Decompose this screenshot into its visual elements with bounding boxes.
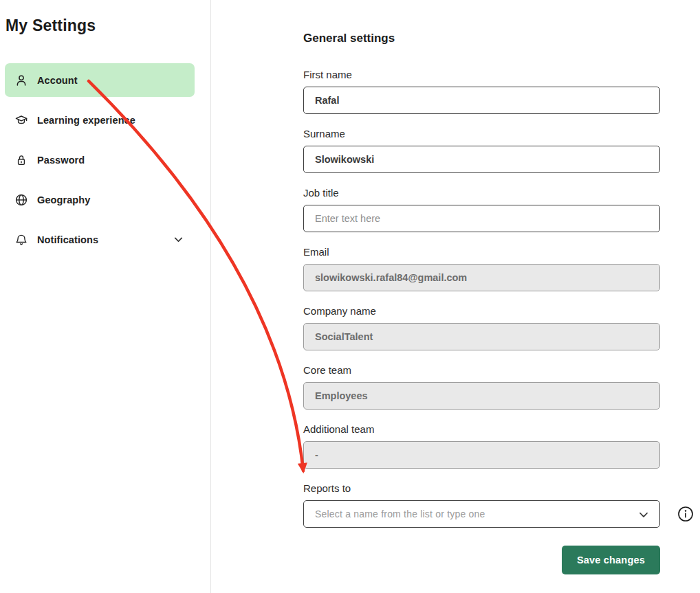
globe-icon — [14, 193, 28, 207]
field-surname: Surname — [303, 128, 660, 173]
field-label: Additional team — [303, 423, 660, 436]
field-first-name: First name — [303, 69, 660, 114]
core-team-input — [303, 382, 660, 410]
chevron-down-icon — [637, 508, 650, 524]
field-company-name: Company name — [303, 305, 660, 350]
chevron-down-icon[interactable] — [173, 234, 184, 245]
sidebar-item-geography[interactable]: Geography — [5, 183, 195, 216]
sidebar-item-account[interactable]: Account — [5, 63, 195, 97]
info-icon[interactable] — [677, 506, 694, 522]
reports-to-dropdown[interactable]: Select a name from the list or type one — [303, 500, 660, 528]
section-heading: General settings — [303, 31, 700, 45]
page-title: My Settings — [6, 16, 210, 35]
field-label: Core team — [303, 364, 660, 377]
field-label: Job title — [303, 187, 660, 199]
sidebar-item-password[interactable]: Password — [5, 143, 195, 177]
job-title-input[interactable] — [303, 205, 660, 232]
sidebar-item-label: Notifications — [37, 234, 98, 245]
sidebar-item-learning-experience[interactable]: Learning experience — [5, 103, 195, 137]
bell-icon — [14, 233, 28, 247]
lock-icon — [14, 153, 28, 167]
person-icon — [14, 74, 28, 87]
field-label: First name — [303, 69, 660, 81]
field-additional-team: Additional team — [303, 423, 660, 469]
sidebar-item-label: Account — [37, 75, 78, 86]
additional-team-input — [303, 441, 660, 469]
field-reports-to: Reports to Select a name from the list o… — [303, 482, 660, 528]
settings-sidebar: My Settings Account Learning experience — [0, 0, 211, 593]
field-email: Email — [303, 246, 660, 291]
field-label: Surname — [303, 128, 660, 140]
sidebar-item-label: Learning experience — [37, 115, 135, 126]
graduation-cap-icon — [14, 113, 28, 127]
surname-input[interactable] — [303, 146, 660, 173]
dropdown-placeholder: Select a name from the list or type one — [315, 508, 485, 519]
field-core-team: Core team — [303, 364, 660, 410]
sidebar-nav: Account Learning experience Password — [5, 63, 195, 256]
field-job-title: Job title — [303, 187, 660, 232]
form-actions: Save changes — [303, 546, 660, 574]
first-name-input[interactable] — [303, 87, 660, 114]
save-changes-button[interactable]: Save changes — [562, 546, 660, 574]
general-settings-panel: General settings First name Surname Job … — [212, 0, 700, 593]
field-label: Email — [303, 246, 660, 258]
sidebar-item-label: Password — [37, 155, 85, 166]
field-label: Reports to — [303, 482, 660, 495]
sidebar-item-notifications[interactable]: Notifications — [5, 223, 195, 256]
company-name-input — [303, 323, 660, 350]
field-label: Company name — [303, 305, 660, 317]
sidebar-item-label: Geography — [37, 194, 90, 205]
email-input — [303, 264, 660, 291]
